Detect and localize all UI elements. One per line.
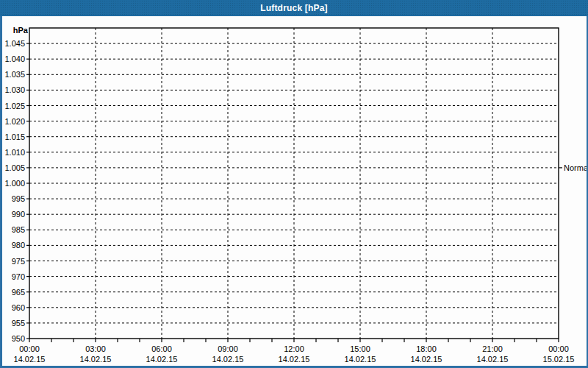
x-tick-date-label: 14.02.15 (477, 355, 509, 364)
x-tick-time-label: 00:00 (548, 344, 569, 353)
x-tick-time-label: 18:00 (416, 344, 437, 353)
y-axis-unit-label: hPa (13, 26, 29, 35)
x-tick-date-label: 14.02.15 (279, 355, 310, 364)
y-tick-label: 1.025 (4, 102, 25, 110)
x-tick-date-label: 14.02.15 (146, 355, 178, 364)
y-tick-label: 980 (12, 241, 25, 250)
title-bar: Luftdruck [hPa] (0, 0, 588, 16)
y-tick-label: 1.015 (4, 132, 25, 141)
x-tick-date-label: 14.02.15 (212, 355, 244, 364)
y-tick-label: 985 (12, 225, 25, 234)
chart-title: Luftdruck [hPa] (260, 3, 328, 13)
normal-marker-label: Normal (564, 163, 588, 172)
y-tick-label: 960 (12, 303, 25, 312)
y-tick-label: 1.035 (4, 70, 25, 79)
y-tick-label: 990 (12, 210, 25, 219)
x-tick-date-label: 14.02.15 (411, 355, 442, 364)
x-tick-time-label: 03:00 (85, 344, 106, 353)
x-tick-date-label: 15.02.15 (543, 355, 575, 364)
x-tick-date-label: 14.02.15 (345, 355, 376, 364)
x-tick-time-label: 12:00 (284, 344, 304, 353)
window-border-left (0, 0, 2, 368)
x-tick-date-label: 14.02.15 (14, 355, 46, 364)
y-tick-label: 975 (12, 257, 25, 266)
y-tick-label: 1.040 (4, 54, 25, 63)
y-tick-label: 1.005 (4, 163, 25, 172)
y-tick-label: 955 (12, 319, 25, 328)
y-tick-label: 1.030 (4, 85, 25, 94)
x-tick-time-label: 21:00 (482, 344, 503, 353)
pressure-chart: 1.0451.0401.0351.0301.0251.0201.0151.010… (0, 0, 588, 368)
x-tick-time-label: 06:00 (151, 344, 172, 353)
y-tick-label: 1.000 (4, 179, 25, 188)
y-tick-label: 950 (12, 334, 25, 343)
y-tick-label: 970 (12, 272, 25, 281)
y-tick-label: 1.020 (4, 117, 25, 126)
y-tick-label: 1.045 (4, 39, 25, 48)
x-tick-date-label: 14.02.15 (80, 355, 112, 364)
x-tick-time-label: 15:00 (350, 344, 370, 353)
x-tick-time-label: 00:00 (19, 344, 40, 353)
y-tick-label: 1.010 (4, 148, 25, 157)
x-tick-time-label: 09:00 (218, 344, 238, 353)
y-tick-label: 965 (12, 288, 25, 297)
y-tick-label: 995 (12, 194, 25, 203)
